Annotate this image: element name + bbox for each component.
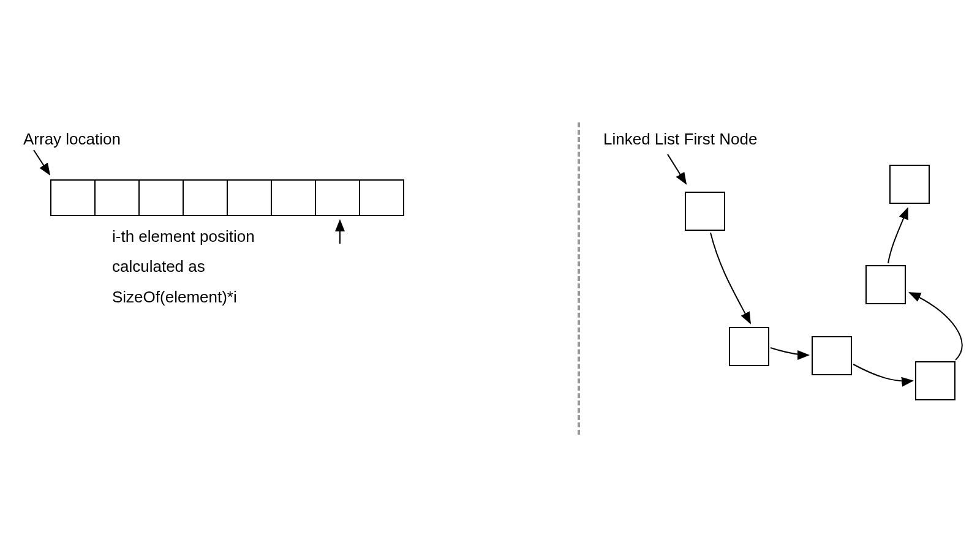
vertical-divider	[578, 122, 580, 435]
array-cell	[227, 179, 272, 216]
array-cell	[94, 179, 140, 216]
arrow-node-2-3	[771, 348, 809, 355]
formula-text: i-th element position calculated as Size…	[112, 222, 255, 312]
arrow-first-node	[668, 154, 686, 184]
formula-line-2: calculated as	[112, 252, 255, 282]
list-node	[729, 327, 769, 366]
array-cell	[50, 179, 96, 216]
array-cell	[138, 179, 184, 216]
list-node	[915, 361, 956, 400]
arrow-array-location	[34, 150, 50, 174]
linked-list-title-label: Linked List First Node	[603, 130, 757, 149]
formula-line-3: SizeOf(element)*i	[112, 282, 255, 312]
array-cell	[315, 179, 360, 216]
list-node	[685, 192, 725, 231]
array-cell	[271, 179, 316, 216]
array-row	[50, 179, 404, 216]
formula-line-1: i-th element position	[112, 222, 255, 252]
arrow-node-1-2	[710, 233, 750, 323]
array-cell	[183, 179, 228, 216]
list-node	[865, 265, 906, 304]
diagram-container: Array location i-th element position cal…	[0, 0, 980, 551]
array-cell	[359, 179, 404, 216]
arrow-node-3-4	[853, 364, 913, 381]
arrow-node-5-6	[888, 208, 908, 263]
arrow-node-4-5	[910, 293, 962, 360]
array-title-label: Array location	[23, 130, 121, 149]
list-node	[812, 336, 852, 375]
list-node	[889, 165, 930, 204]
